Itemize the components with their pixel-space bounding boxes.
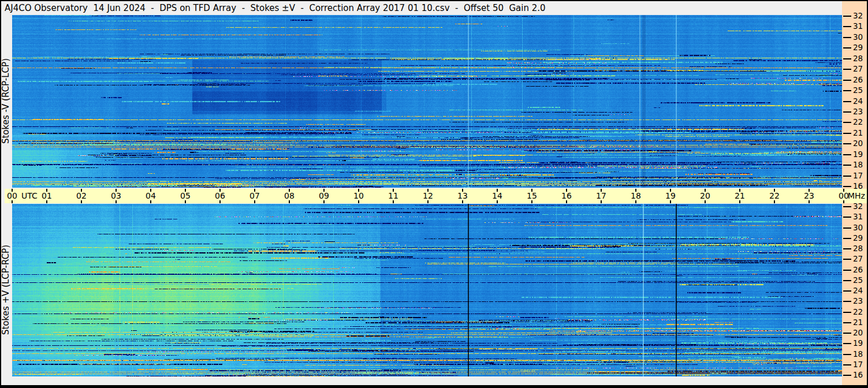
time-tick-label: 00 xyxy=(839,191,849,200)
freq-tick xyxy=(843,248,851,249)
freq-tick xyxy=(843,37,851,38)
time-tick-label: 22 xyxy=(769,191,780,200)
time-tick xyxy=(774,200,775,203)
time-tick xyxy=(531,200,532,203)
time-tick xyxy=(150,200,151,203)
time-tick-label: 23 xyxy=(804,191,814,200)
freq-tick-label: 20 xyxy=(853,139,863,148)
freq-tick xyxy=(843,343,851,344)
freq-tick xyxy=(843,364,851,365)
time-axis: UTC MHz 00010203040506070809101112131415… xyxy=(5,189,867,203)
freq-tick-label: 25 xyxy=(853,86,863,95)
time-tick xyxy=(462,200,463,203)
time-tick-label: 10 xyxy=(353,191,364,200)
time-tick-label: 17 xyxy=(596,191,606,200)
utc-label: UTC xyxy=(21,191,38,200)
time-tick xyxy=(185,200,186,203)
freq-tick xyxy=(843,206,851,207)
spectrograph-window: AJ4CO Observatory 14 Jun 2024 - DPS on T… xyxy=(0,0,868,388)
time-tick xyxy=(497,200,498,203)
freq-tick-label: 19 xyxy=(853,339,863,348)
time-tick-label: 09 xyxy=(319,191,329,200)
freq-tick xyxy=(843,111,851,113)
freq-tick-label: 29 xyxy=(853,43,863,52)
freq-tick-label: 31 xyxy=(853,212,863,221)
freq-tick-label: 32 xyxy=(853,12,863,20)
freq-tick xyxy=(843,322,851,323)
title-bar: AJ4CO Observatory 14 Jun 2024 - DPS on T… xyxy=(1,1,842,15)
time-tick xyxy=(809,200,810,203)
time-tick-label: 21 xyxy=(735,191,745,200)
time-tick xyxy=(739,200,740,203)
time-tick xyxy=(358,200,359,203)
freq-tick-label: 17 xyxy=(853,360,863,369)
freq-tick xyxy=(843,101,851,102)
freq-tick xyxy=(843,259,851,260)
time-tick xyxy=(12,200,13,203)
freq-tick-label: 26 xyxy=(853,76,863,84)
freq-tick xyxy=(843,227,851,229)
time-tick xyxy=(635,200,636,203)
time-tick xyxy=(427,200,429,203)
freq-tick xyxy=(843,26,851,27)
time-tick-label: 15 xyxy=(527,191,537,200)
time-tick xyxy=(566,200,567,203)
freq-tick xyxy=(843,238,851,239)
time-tick-label: 12 xyxy=(423,191,433,200)
freq-tick xyxy=(843,165,851,166)
freq-tick xyxy=(843,333,851,334)
time-tick-label: 19 xyxy=(665,191,676,200)
freq-tick xyxy=(843,270,851,271)
time-tick-label: 06 xyxy=(215,191,225,200)
freq-tick xyxy=(843,143,851,144)
freq-tick-label: 31 xyxy=(853,22,863,31)
freq-tick-label: 19 xyxy=(853,150,863,159)
time-tick-label: 05 xyxy=(180,191,191,200)
bottom-border xyxy=(0,385,868,388)
freq-tick xyxy=(843,312,851,313)
time-tick-label: 04 xyxy=(146,191,156,200)
mhz-unit-label: MHz xyxy=(848,191,865,200)
freq-tick xyxy=(843,90,851,91)
freq-tick-label: 22 xyxy=(853,118,863,126)
freq-tick-label: 30 xyxy=(853,33,863,42)
time-tick-label: 02 xyxy=(76,191,87,200)
time-tick-label: 00 xyxy=(7,191,17,200)
freq-tick xyxy=(843,154,851,155)
freq-tick-label: 32 xyxy=(853,202,863,211)
freq-tick-label: 16 xyxy=(853,371,863,379)
freq-tick xyxy=(843,80,851,81)
freq-tick-label: 22 xyxy=(853,308,863,316)
time-tick-label: 07 xyxy=(249,191,260,200)
time-tick xyxy=(219,200,221,203)
freq-tick-label: 28 xyxy=(853,54,863,63)
freq-tick xyxy=(843,176,851,177)
freq-tick-label: 28 xyxy=(853,244,863,253)
freq-tick-label: 24 xyxy=(853,97,863,106)
freq-tick-label: 18 xyxy=(853,161,863,169)
freq-tick-label: 21 xyxy=(853,318,863,327)
time-tick-label: 20 xyxy=(700,191,710,200)
time-tick-label: 03 xyxy=(111,191,121,200)
freq-tick-label: 18 xyxy=(853,350,863,359)
freq-tick-label: 17 xyxy=(853,171,863,180)
freq-tick xyxy=(843,186,851,187)
time-tick-label: 11 xyxy=(388,191,398,200)
freq-tick xyxy=(843,69,851,70)
content-area: AJ4CO Observatory 14 Jun 2024 - DPS on T… xyxy=(1,1,867,385)
freq-tick-label: 21 xyxy=(853,129,863,137)
freq-tick xyxy=(843,280,851,281)
freq-tick xyxy=(843,354,851,355)
freq-tick xyxy=(843,58,851,59)
time-tick-label: 01 xyxy=(42,191,52,200)
time-tick xyxy=(323,200,325,203)
freq-tick-label: 26 xyxy=(853,266,863,274)
freq-tick xyxy=(843,16,851,17)
time-tick xyxy=(601,200,602,203)
time-tick xyxy=(289,200,290,203)
freq-tick-label: 23 xyxy=(853,107,863,116)
time-tick xyxy=(116,200,117,203)
spectrogram-stokes-plus-v xyxy=(12,204,842,376)
freq-tick xyxy=(843,217,851,218)
time-tick-label: 08 xyxy=(284,191,295,200)
